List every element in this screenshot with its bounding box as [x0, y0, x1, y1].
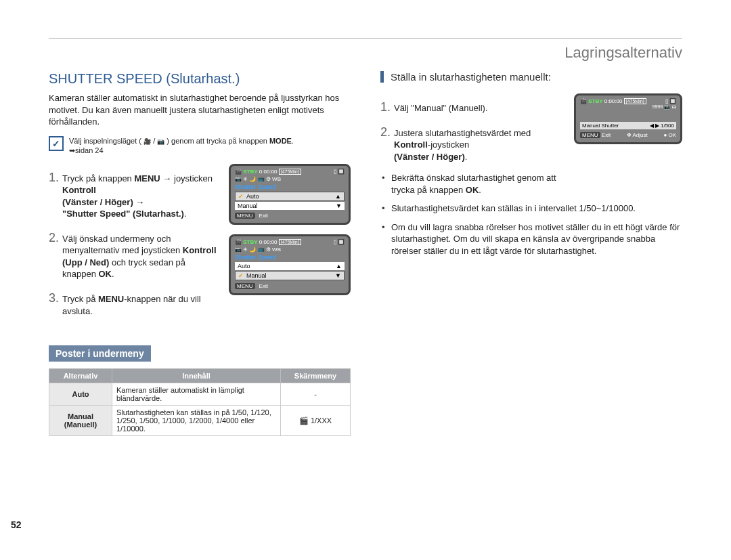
bullet-advice: Om du vill lagra snabba rörelser hos mot…	[391, 221, 682, 257]
left-column: SHUTTER SPEED (Slutarhast.) Kameran stäl…	[49, 71, 351, 436]
menu-item-manual: ✓Manual▼	[235, 271, 345, 280]
header-rule	[49, 38, 682, 39]
menu-title: Shutter Speed	[235, 254, 345, 261]
menu-item-manual: Manual▼	[235, 202, 345, 210]
video-icon: 🎥	[143, 138, 151, 145]
mode-note-text: Välj inspelningsläget ( 🎥 / 📷 ) genom at…	[69, 136, 294, 156]
page-section-title: Lagringsalternativ	[49, 44, 682, 62]
photo-icon: 📷	[157, 138, 164, 145]
intro-paragraph: Kameran ställer automatiskt in slutarhas…	[49, 92, 351, 128]
step-3: Tryck på MENU-knappen när du vill avslut…	[62, 290, 218, 317]
battery-icon: ▯ 🔲	[334, 239, 345, 245]
battery-icon: ▯ 🔲	[334, 169, 345, 175]
step-2: Välj önskad undermeny och menyalternativ…	[62, 230, 218, 280]
th-innehall: Innehåll	[112, 369, 281, 383]
right-steps: Välj "Manual" (Manuell). Justera slutarh…	[380, 99, 563, 163]
table-row: Auto Kameran ställer automatiskt in lämp…	[49, 383, 351, 406]
right-column: Ställa in slutarhastigheten manuellt: Vä…	[380, 71, 682, 436]
th-skarmmeny: Skärmmeny	[281, 369, 351, 383]
th-alternativ: Alternativ	[49, 369, 112, 383]
bullet-interval: Slutarhastighetsvärdet kan ställas in i …	[391, 202, 682, 215]
rstep-1: Välj "Manual" (Manuell).	[394, 99, 563, 114]
menu-item-auto: Auto▲	[235, 262, 345, 270]
lcd-screenshot-2: 🎬 STBY 0:00:00 [475Min] ▯ 🔲 📷 ✳ 🌙 📺 ⚙ WB…	[229, 234, 351, 295]
rstep-2: Justera slutarhastighetsvärdet med Kontr…	[394, 124, 563, 163]
manual-setting-heading: Ställa in slutarhastigheten manuellt:	[380, 71, 682, 83]
menu-item-auto: ✓Auto▲	[235, 192, 345, 201]
step-1: Tryck på knappen MENU joysticken Kontrol…	[62, 169, 218, 220]
right-bullet-first: Bekräfta önskad slutarhastighet genom at…	[380, 172, 563, 196]
page-number: 52	[11, 519, 22, 530]
lcd-screenshot-1: 🎬 STBY 0:00:00 [475Min] ▯ 🔲 📷 ✳ 🌙 📺 ⚙ WB…	[229, 164, 351, 225]
bullet-confirm: Bekräfta önskad slutarhastighet genom at…	[391, 172, 563, 196]
options-table: Alternativ Innehåll Skärmmeny Auto Kamer…	[49, 368, 351, 436]
submenu-heading: Poster i undermeny	[49, 345, 151, 362]
menu-title: Shutter Speed	[235, 184, 345, 190]
check-icon: ✓	[49, 136, 64, 151]
lcd-screenshot-manual: 🎬 STBY 0:00:00 [475Min] ▯ 🔲 9999 📷 🗂 Man…	[574, 93, 682, 144]
mode-note: ✓ Välj inspelningsläget ( 🎥 / 📷 ) genom …	[49, 136, 351, 156]
right-bullets: Slutarhastighetsvärdet kan ställas in i …	[380, 202, 682, 257]
table-row: Manual(Manuell) Slutarhastigheten kan st…	[49, 406, 351, 436]
left-steps: Tryck på knappen MENU joysticken Kontrol…	[49, 169, 218, 317]
shutter-speed-heading: SHUTTER SPEED (Slutarhast.)	[49, 71, 351, 87]
battery-icon: ▯ 🔲	[665, 98, 676, 104]
